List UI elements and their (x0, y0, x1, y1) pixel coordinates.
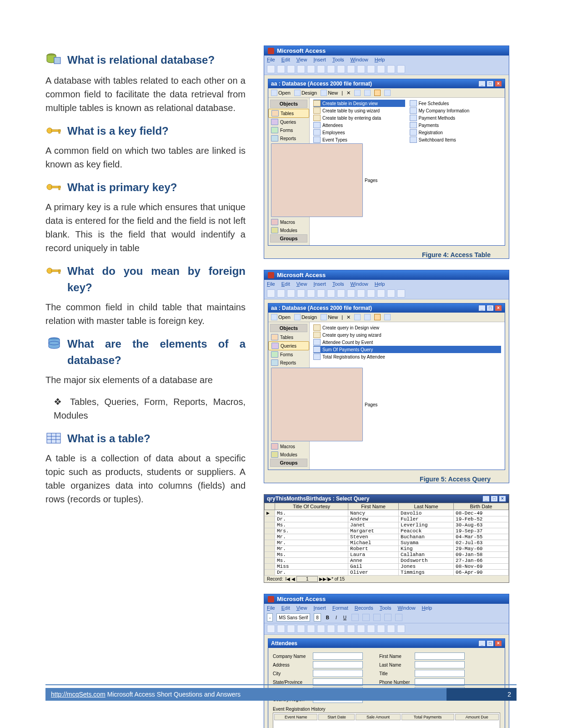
query-item[interactable]: Create query in Design view (313, 324, 501, 331)
nav-last[interactable]: ▶I (323, 576, 328, 581)
menu-tools[interactable]: Tools (380, 605, 391, 611)
menu-window[interactable]: Window (397, 605, 415, 611)
object-macros[interactable]: Macros (268, 442, 309, 450)
object-modules[interactable]: Modules (268, 226, 309, 234)
toolbar-button[interactable] (267, 289, 275, 298)
new-button[interactable]: New (321, 90, 338, 96)
db-toolbar[interactable]: Open Design New | ✕ (268, 313, 505, 322)
menu-insert[interactable]: Insert (313, 57, 326, 62)
table-row[interactable]: Mr.RobertKing29-May-60 (265, 546, 509, 552)
field-input[interactable] (313, 652, 363, 660)
minimize-button[interactable]: _ (478, 640, 486, 647)
object-macros[interactable]: Macros (268, 218, 309, 226)
toolbar-button[interactable] (397, 65, 405, 73)
menu-insert[interactable]: Insert (313, 605, 326, 611)
table-row[interactable]: ▶Ms.NancyDavolio08-Dec-49 (265, 510, 509, 516)
object-queries[interactable]: Queries (268, 118, 309, 126)
window-buttons[interactable]: _□× (478, 305, 502, 311)
details-view-button[interactable] (384, 90, 391, 96)
bold-button[interactable]: B (325, 615, 331, 620)
toolbar-button[interactable] (377, 65, 385, 73)
object-modules[interactable]: Modules (268, 450, 309, 459)
object-forms[interactable]: Forms (268, 350, 309, 359)
table-row[interactable]: Mrs.MargaretPeacock19-Sep-37 (265, 528, 509, 534)
toolbar-button[interactable] (307, 65, 315, 73)
maximize-button[interactable]: □ (487, 640, 494, 647)
toolbar-button[interactable] (297, 289, 305, 298)
align-left-button[interactable] (351, 614, 359, 621)
menu-view[interactable]: View (296, 281, 307, 287)
table-item[interactable]: Registration (410, 129, 502, 136)
object-reports[interactable]: Reports (268, 359, 309, 367)
toolbar-button[interactable] (287, 65, 295, 73)
table-item[interactable]: Create table by entering data (313, 114, 405, 121)
toolbar[interactable] (264, 623, 509, 635)
menu-edit[interactable]: Edit (281, 605, 290, 611)
table-item[interactable]: Employees (313, 129, 405, 136)
field-input[interactable] (313, 670, 363, 677)
details-view-button[interactable] (384, 314, 391, 320)
object-tables[interactable]: Tables (268, 333, 309, 341)
table-row[interactable]: Ms.JanetLeverling30-Aug-63 (265, 522, 509, 528)
toolbar-button[interactable] (307, 289, 315, 298)
toolbar-button[interactable] (377, 289, 385, 298)
row-selector[interactable] (265, 540, 275, 546)
menu-insert[interactable]: Insert (313, 281, 326, 287)
toolbar-button[interactable] (387, 625, 395, 633)
column-header[interactable]: Total Payments (401, 714, 454, 720)
close-button[interactable]: × (495, 305, 502, 311)
menu-window[interactable]: Window (351, 57, 368, 62)
table-row[interactable]: Dr.OliverTimmings06-Apr-90 (265, 570, 509, 576)
toolbar[interactable] (264, 288, 509, 299)
toolbar-button[interactable] (337, 289, 345, 298)
delete-button[interactable]: ✕ (346, 314, 351, 320)
toolbar-button[interactable] (327, 289, 335, 298)
window-buttons[interactable]: _□× (478, 640, 502, 647)
object-forms[interactable]: Forms (268, 126, 309, 134)
large-icons-button[interactable] (354, 314, 361, 320)
toolbar-button[interactable] (297, 625, 305, 633)
table-row[interactable]: Mr.MichaelSuyama02-Jul-63 (265, 540, 509, 546)
row-selector[interactable] (265, 516, 275, 522)
toolbar-button[interactable] (347, 65, 355, 73)
column-header[interactable]: Start Date (318, 714, 355, 720)
size-combo[interactable]: 8 (314, 613, 321, 622)
menu-view[interactable]: View (296, 605, 307, 611)
toolbar-button[interactable] (357, 65, 365, 73)
toolbar-button[interactable] (377, 625, 385, 633)
toolbar-button[interactable] (287, 625, 295, 633)
row-selector[interactable] (265, 534, 275, 540)
list-view-button[interactable] (374, 90, 381, 96)
fill-color-button[interactable] (384, 614, 391, 621)
column-header[interactable]: Birth Date (454, 503, 509, 510)
toolbar-button[interactable] (277, 625, 285, 633)
column-header[interactable]: Event Name (274, 714, 317, 720)
row-selector[interactable] (265, 552, 275, 558)
toolbar-button[interactable] (317, 289, 325, 298)
menu-help[interactable]: Help (422, 605, 432, 611)
table-item[interactable]: Attendees (313, 121, 405, 129)
menu-help[interactable]: Help (375, 281, 385, 287)
delete-button[interactable]: ✕ (346, 90, 351, 96)
footer-link[interactable]: http://mcqSets.com (51, 691, 105, 698)
align-right-button[interactable] (373, 614, 381, 621)
toolbar-button[interactable] (347, 289, 355, 298)
italic-button[interactable]: I (334, 615, 338, 620)
query-item[interactable]: Total Registrations by Attendee (313, 353, 501, 360)
minimize-button[interactable]: _ (482, 495, 490, 502)
field-input[interactable] (415, 661, 465, 668)
column-header[interactable]: Title Of Courtesy (275, 503, 348, 510)
table-row[interactable]: Dr.AndrewFuller19-Feb-52 (265, 516, 509, 522)
object-combo[interactable]: - (267, 613, 273, 622)
table-item[interactable]: Create table in Design view (313, 100, 405, 107)
small-icons-button[interactable] (364, 90, 371, 96)
menu-file[interactable]: File (267, 281, 275, 287)
menu-edit[interactable]: Edit (281, 57, 290, 62)
large-icons-button[interactable] (354, 90, 361, 96)
menu-file[interactable]: File (267, 57, 275, 62)
toolbar-button[interactable] (347, 625, 355, 633)
menubar[interactable]: FileEditViewInsertFormatRecordsToolsWind… (264, 604, 509, 612)
object-tables[interactable]: Tables (268, 109, 309, 118)
table-row[interactable]: Ms.AnneDodsworth27-Jan-66 (265, 558, 509, 564)
query-item[interactable]: Create query by using wizard (313, 331, 501, 339)
